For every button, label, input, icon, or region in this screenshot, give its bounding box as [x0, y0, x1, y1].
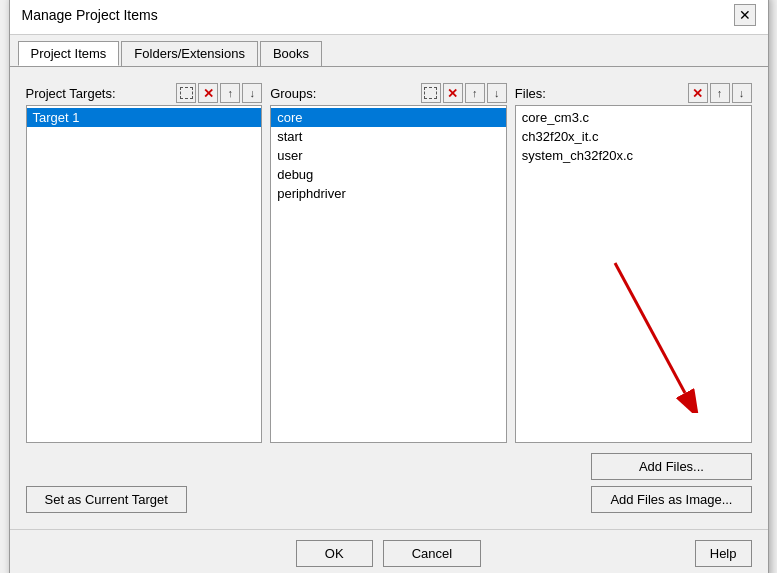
delete-icon: ✕	[692, 86, 703, 101]
list-item[interactable]: user	[271, 146, 506, 165]
files-tools: ✕ ↑ ↓	[688, 83, 752, 103]
list-item[interactable]: core_cm3.c	[516, 108, 751, 127]
files-delete-btn[interactable]: ✕	[688, 83, 708, 103]
files-label: Files:	[515, 86, 546, 101]
ok-button[interactable]: OK	[296, 540, 373, 567]
dialog-footer: OK Cancel Help	[10, 529, 768, 573]
list-item[interactable]: Target 1	[27, 108, 262, 127]
groups-tools: ✕ ↑ ↓	[421, 83, 507, 103]
list-item[interactable]: periphdriver	[271, 184, 506, 203]
up-icon: ↑	[717, 87, 723, 99]
groups-down-btn[interactable]: ↓	[487, 83, 507, 103]
files-listbox[interactable]: core_cm3.c ch32f20x_it.c system_ch32f20x…	[515, 105, 752, 443]
bottom-right: Add Files... Add Files as Image...	[591, 453, 751, 513]
tab-folders-extensions[interactable]: Folders/Extensions	[121, 41, 258, 66]
add-files-button[interactable]: Add Files...	[591, 453, 751, 480]
set-as-current-target-button[interactable]: Set as Current Target	[26, 486, 187, 513]
bottom-left: Set as Current Target	[26, 486, 187, 513]
list-item[interactable]: debug	[271, 165, 506, 184]
up-icon: ↑	[472, 87, 478, 99]
groups-listbox[interactable]: core start user debug periphdriver	[270, 105, 507, 443]
dialog-title: Manage Project Items	[22, 7, 158, 23]
down-icon: ↓	[739, 87, 745, 99]
list-item[interactable]: system_ch32f20x.c	[516, 146, 751, 165]
project-targets-tools: ✕ ↑ ↓	[176, 83, 262, 103]
down-icon: ↓	[249, 87, 255, 99]
add-dashed-icon	[180, 87, 193, 99]
manage-project-items-dialog: Manage Project Items ✕ Project Items Fol…	[9, 0, 769, 573]
cancel-button[interactable]: Cancel	[383, 540, 481, 567]
project-targets-down-btn[interactable]: ↓	[242, 83, 262, 103]
delete-icon: ✕	[203, 86, 214, 101]
groups-label: Groups:	[270, 86, 316, 101]
files-up-btn[interactable]: ↑	[710, 83, 730, 103]
list-item[interactable]: core	[271, 108, 506, 127]
groups-panel: Groups: ✕ ↑ ↓	[270, 83, 507, 443]
list-item[interactable]: ch32f20x_it.c	[516, 127, 751, 146]
groups-header: Groups: ✕ ↑ ↓	[270, 83, 507, 103]
bottom-row: Set as Current Target Add Files... Add F…	[26, 453, 752, 513]
up-icon: ↑	[227, 87, 233, 99]
groups-up-btn[interactable]: ↑	[465, 83, 485, 103]
panels-row: Project Targets: ✕ ↑ ↓	[26, 83, 752, 443]
tab-project-items[interactable]: Project Items	[18, 41, 120, 66]
project-targets-up-btn[interactable]: ↑	[220, 83, 240, 103]
project-targets-label: Project Targets:	[26, 86, 116, 101]
project-targets-delete-btn[interactable]: ✕	[198, 83, 218, 103]
groups-delete-btn[interactable]: ✕	[443, 83, 463, 103]
files-down-btn[interactable]: ↓	[732, 83, 752, 103]
tab-books[interactable]: Books	[260, 41, 322, 66]
project-targets-add-btn[interactable]	[176, 83, 196, 103]
add-dashed-icon	[424, 87, 437, 99]
down-icon: ↓	[494, 87, 500, 99]
project-targets-listbox[interactable]: Target 1	[26, 105, 263, 443]
project-targets-header: Project Targets: ✕ ↑ ↓	[26, 83, 263, 103]
delete-icon: ✕	[447, 86, 458, 101]
title-bar: Manage Project Items ✕	[10, 0, 768, 35]
groups-add-btn[interactable]	[421, 83, 441, 103]
tab-bar: Project Items Folders/Extensions Books	[10, 35, 768, 67]
list-item[interactable]: start	[271, 127, 506, 146]
close-button[interactable]: ✕	[734, 4, 756, 26]
files-header: Files: ✕ ↑ ↓	[515, 83, 752, 103]
add-files-as-image-button[interactable]: Add Files as Image...	[591, 486, 751, 513]
dialog-body: Project Targets: ✕ ↑ ↓	[10, 67, 768, 529]
help-button[interactable]: Help	[695, 540, 752, 567]
project-targets-panel: Project Targets: ✕ ↑ ↓	[26, 83, 263, 443]
files-panel: Files: ✕ ↑ ↓ core_cm3.c	[515, 83, 752, 443]
